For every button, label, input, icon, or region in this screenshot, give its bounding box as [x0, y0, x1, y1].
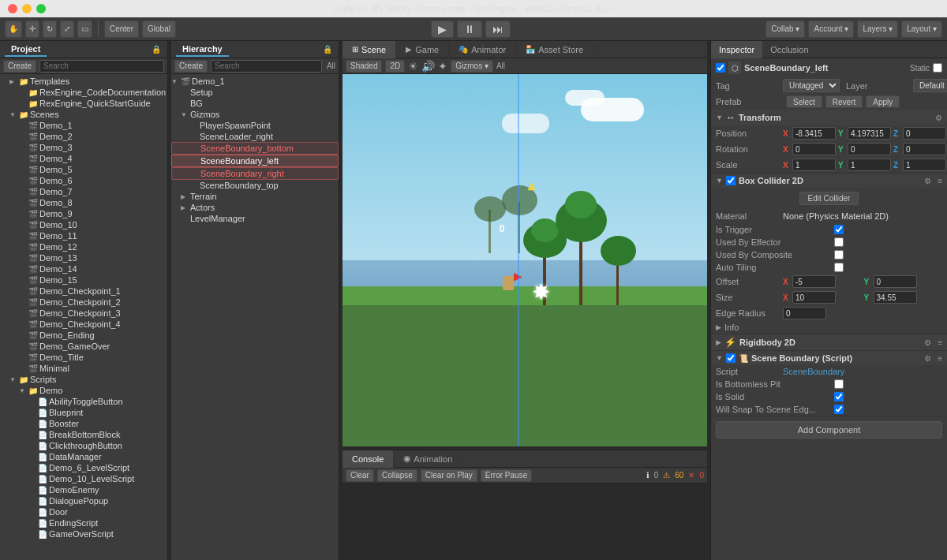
scale-z-input[interactable]	[903, 159, 946, 171]
list-item[interactable]: 📄DialoguePopup	[0, 495, 167, 506]
tab-game[interactable]: ▶ Game	[396, 41, 449, 58]
will-snap-checkbox[interactable]	[834, 405, 844, 414]
list-item[interactable]: 📄AbilityToggleButton	[0, 396, 167, 407]
list-item[interactable]: 📄Booster	[0, 418, 167, 429]
list-item[interactable]: 🎬Demo_5	[0, 164, 167, 175]
list-item[interactable]: 📄DemoEnemy	[0, 484, 167, 495]
used-by-effector-checkbox[interactable]	[834, 237, 844, 247]
list-item[interactable]: ▶ Actors	[171, 202, 339, 213]
collider-enabled-checkbox[interactable]	[726, 176, 736, 185]
console-clear-on-play-button[interactable]: Clear on Play	[421, 469, 477, 482]
list-item[interactable]: 🎬Demo_Title	[0, 352, 167, 363]
list-item[interactable]: 🎬 Demo_1	[0, 120, 167, 131]
rigidbody-header[interactable]: ▶ ⚡ Rigidbody 2D ⚙ ≡	[711, 334, 947, 350]
list-item[interactable]: SceneBoundary_top	[171, 180, 339, 191]
static-checkbox[interactable]	[933, 63, 942, 73]
apply-button[interactable]: Apply	[866, 95, 900, 108]
2d-button[interactable]: 2D	[385, 60, 405, 73]
hierarchy-search-input[interactable]	[211, 60, 322, 73]
position-x-input[interactable]	[792, 127, 836, 140]
size-x-input[interactable]	[792, 291, 836, 304]
scene-boundary-header[interactable]: ▼ 📜 Scene Boundary (Script) ⚙ ≡	[711, 351, 947, 365]
scale-y-input[interactable]	[848, 159, 891, 171]
add-component-button[interactable]: Add Component	[716, 421, 942, 439]
rb-menu-icon[interactable]: ≡	[938, 338, 942, 347]
rect-tool-button[interactable]: ▭	[77, 21, 92, 38]
list-item[interactable]: SceneBoundary_left	[171, 155, 339, 167]
bottomless-pit-checkbox[interactable]	[834, 379, 844, 389]
list-item[interactable]: 📄BreakBottomBlock	[0, 429, 167, 440]
edit-collider-button[interactable]: Edit Collider	[799, 192, 859, 205]
console-error-pause-button[interactable]: Error Pause	[481, 469, 532, 482]
list-item[interactable]: ▼ 📁 Scenes	[0, 109, 167, 120]
info-row[interactable]: ▶ Info	[711, 321, 947, 334]
list-item[interactable]: 🎬Demo_4	[0, 153, 167, 164]
list-item[interactable]: 🎬Demo_12	[0, 241, 167, 252]
layout-button[interactable]: Layout ▾	[901, 21, 942, 38]
list-item[interactable]: LevelManager	[171, 213, 339, 224]
edge-radius-input[interactable]	[783, 307, 826, 319]
list-item[interactable]: ▶ Terrain	[171, 191, 339, 202]
size-y-input[interactable]	[874, 291, 917, 304]
list-item[interactable]: SceneBoundary_bottom	[171, 142, 339, 155]
list-item[interactable]: 🎬Demo_15	[0, 274, 167, 286]
list-item[interactable]: PlayerSpawnPoint	[171, 120, 339, 131]
list-item[interactable]: ▼ 🎬 Demo_1	[171, 76, 339, 87]
list-item[interactable]: 🎬Demo_Checkpoint_1	[0, 286, 167, 297]
lock-icon[interactable]: 🔒	[321, 45, 334, 54]
inspector-tab[interactable]: Inspector	[711, 41, 762, 58]
rotation-x-input[interactable]	[792, 143, 836, 155]
global-button[interactable]: Global	[142, 21, 176, 38]
list-item[interactable]: 📄EndingScript	[0, 517, 167, 528]
sb-settings-icon[interactable]: ⚙	[924, 354, 931, 363]
list-item[interactable]: BG	[171, 98, 339, 109]
console-clear-button[interactable]: Clear	[346, 469, 374, 482]
pause-button[interactable]: ⏸	[457, 21, 482, 38]
tag-select[interactable]: Untagged	[783, 79, 840, 92]
occlusion-tab[interactable]: Occlusion	[762, 41, 816, 58]
rotation-z-input[interactable]	[903, 143, 946, 155]
audio-icon[interactable]: 🔊	[421, 60, 435, 73]
script-ref-value[interactable]: SceneBoundary	[783, 367, 844, 376]
project-create-button[interactable]: Create	[3, 60, 36, 73]
box-collider-header[interactable]: ▼ Box Collider 2D ⚙ ≡	[711, 174, 947, 188]
rb-settings-icon[interactable]: ⚙	[924, 338, 931, 347]
hierarchy-tab[interactable]: Hierarchy	[176, 43, 229, 57]
list-item[interactable]: 📁 RexEngine_QuickStartGuide	[0, 98, 167, 109]
shaded-button[interactable]: Shaded	[346, 60, 382, 73]
component-menu-icon[interactable]: ⚙	[935, 114, 942, 122]
list-item[interactable]: 📄DataManager	[0, 451, 167, 462]
hierarchy-create-button[interactable]: Create	[174, 60, 208, 73]
list-item[interactable]: ▼ 📁 Scripts	[0, 374, 167, 385]
lighting-icon[interactable]: ☀	[408, 60, 418, 73]
close-button[interactable]	[8, 4, 17, 13]
account-button[interactable]: Account ▾	[808, 21, 854, 38]
effects-icon[interactable]: ✦	[438, 60, 447, 73]
list-item[interactable]: 🎬Minimal	[0, 363, 167, 374]
project-tab[interactable]: Project	[5, 43, 47, 57]
list-item[interactable]: 🎬Demo_3	[0, 142, 167, 153]
auto-tiling-checkbox[interactable]	[834, 263, 844, 272]
list-item[interactable]: 📄ClickthroughButton	[0, 440, 167, 451]
collider-menu-icon[interactable]: ≡	[938, 177, 942, 185]
project-search-input[interactable]	[39, 60, 164, 73]
list-item[interactable]: 📁 RexEngine_CodeDocumentation	[0, 87, 167, 98]
list-item[interactable]: 🎬Demo_7	[0, 186, 167, 197]
tab-animation[interactable]: ◉ Animation	[394, 450, 462, 468]
sb-menu-icon[interactable]: ≡	[938, 354, 942, 363]
list-item[interactable]: ▼ 📁 Demo	[0, 385, 167, 396]
list-item[interactable]: 🎬Demo_8	[0, 197, 167, 208]
offset-x-input[interactable]	[792, 275, 836, 288]
layers-button[interactable]: Layers ▾	[857, 21, 898, 38]
is-solid-checkbox[interactable]	[834, 392, 844, 401]
list-item[interactable]: 🎬Demo_6	[0, 175, 167, 186]
move-tool-button[interactable]: ✛	[25, 21, 39, 38]
list-item[interactable]: 🎬Demo_GameOver	[0, 341, 167, 352]
layer-select[interactable]: Default	[913, 79, 947, 92]
tab-animator[interactable]: 🎭 Animator	[449, 41, 516, 58]
offset-y-input[interactable]	[874, 275, 917, 288]
maximize-button[interactable]	[36, 4, 46, 13]
hand-tool-button[interactable]: ✋	[5, 21, 22, 38]
position-y-input[interactable]	[848, 127, 891, 140]
list-item[interactable]: Setup	[171, 87, 339, 98]
